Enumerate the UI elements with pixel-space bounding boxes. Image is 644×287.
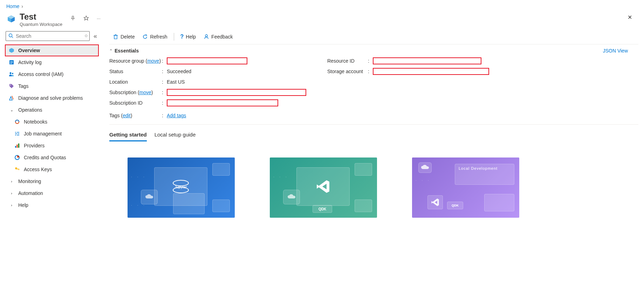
tags-label: Tags (edit) [109,113,162,118]
chevron-right-icon: › [8,203,15,207]
add-tags-link[interactable]: Add tags [167,113,186,118]
nav-access-keys[interactable]: Access Keys [6,163,99,175]
chevron-down-icon: ⌄ [8,108,15,112]
subscription-label: Subscription (move) [109,90,162,95]
nav-notebooks[interactable]: Notebooks [6,116,99,128]
nav-label: Access Keys [24,167,52,172]
nav-label: Credits and Quotas [24,155,66,160]
svg-rect-9 [10,63,12,64]
notebooks-icon [14,119,20,125]
tags-icon [8,83,15,89]
nav-label: Job management [24,131,62,136]
content-tabs: Getting started Local setup guide [109,125,638,144]
move-resource-group-link[interactable]: move [147,58,159,64]
card-local-development[interactable]: · · · Local Development QDK [412,158,519,218]
edit-tags-link[interactable]: edit [123,113,131,118]
command-bar: Delete Refresh ?Help Feedback [109,29,638,44]
resource-id-value-redacted [373,57,481,64]
close-button[interactable]: ✕ [628,14,632,21]
activity-log-icon [8,59,15,65]
nav-access-control[interactable]: Access control (IAM) [6,68,99,80]
favorite-button[interactable] [82,14,90,22]
breadcrumb-home[interactable]: Home [6,4,19,9]
getting-started-cards: · · · · · · Jupyter · · · QDK · · · Loca… [109,144,638,218]
resource-group-label: Resource group (move) [109,58,162,64]
nav-label: Diagnose and solve problems [18,95,83,101]
pin-button[interactable] [69,14,77,22]
search-icon [8,33,13,38]
location-label: Location [109,79,162,85]
tab-local-setup-guide[interactable]: Local setup guide [155,130,196,141]
breadcrumb: Home› [0,0,644,11]
nav-group-monitoring[interactable]: › Monitoring [6,175,99,187]
subscription-id-label: Subscription ID [109,100,162,106]
status-value: Succeeded [167,69,191,74]
job-management-icon [14,131,20,136]
json-view-link[interactable]: JSON View [603,48,628,54]
help-button[interactable]: ?Help [177,31,200,42]
nav-group-automation[interactable]: › Automation [6,187,99,199]
refresh-button[interactable]: Refresh [139,31,171,42]
svg-rect-21 [17,145,18,148]
svg-rect-22 [18,144,19,148]
feedback-button[interactable]: Feedback [200,31,236,42]
tab-getting-started[interactable]: Getting started [109,130,147,141]
svg-rect-27 [114,35,117,39]
resource-id-label: Resource ID [327,58,368,64]
nav-credits-quotas[interactable]: Credits and Quotas [6,152,99,163]
nav-job-management[interactable]: Job management [6,128,99,140]
delete-button[interactable]: Delete [109,31,138,42]
svg-rect-7 [10,61,13,62]
svg-point-30 [205,35,207,37]
nav-label: Activity log [18,59,42,65]
sidebar-search-input[interactable] [6,31,90,41]
storage-account-label: Storage account [327,69,368,74]
page-title: Test [20,12,62,22]
card-vscode-qdk[interactable]: · · · QDK [270,158,377,218]
credits-icon [14,155,20,160]
search-expand-icon[interactable]: ◇ [85,34,88,37]
nav-group-label: Automation [18,190,43,196]
subscription-id-value-redacted [167,99,278,106]
nav-diagnose[interactable]: Diagnose and solve problems [6,92,99,104]
svg-marker-5 [9,48,14,52]
sidebar: ◇ « Overview Activity log Access control… [0,29,99,218]
svg-point-11 [12,73,13,74]
nav-tags[interactable]: Tags [6,80,99,92]
svg-point-3 [9,34,12,37]
svg-text:Jupyter: Jupyter [174,185,187,189]
essentials-panel: Resource group (move) : Status : Succeed… [109,56,638,125]
nav-label: Overview [18,48,40,53]
nav-group-label: Monitoring [18,178,41,184]
qdk-badge: QDK [313,205,332,213]
nav-label: Access control (IAM) [18,71,63,77]
svg-point-12 [10,85,11,85]
nav-group-label: Help [18,202,28,208]
nav-providers[interactable]: Providers [6,140,99,152]
nav-overview[interactable]: Overview [5,44,99,56]
chevron-right-icon: › [8,191,15,195]
svg-rect-8 [10,62,13,63]
collapse-sidebar-button[interactable]: « [92,33,99,40]
nav-group-label: Operations [18,107,42,113]
move-subscription-link[interactable]: move [139,90,151,95]
resource-header: Test Quantum Workspace ··· ✕ [0,11,644,29]
svg-rect-26 [19,169,19,170]
resource-group-value-redacted [167,57,247,64]
providers-icon [14,143,20,148]
iam-icon [8,71,15,77]
essentials-title: Essentials [115,48,139,54]
more-button[interactable]: ··· [95,14,102,22]
card-jupyter[interactable]: · · · · · · Jupyter [128,158,235,218]
nav-activity-log[interactable]: Activity log [6,56,99,68]
nav-group-help[interactable]: › Help [6,199,99,211]
local-dev-label: Local Development [455,164,514,185]
nav-group-operations[interactable]: ⌄ Operations [6,104,99,116]
main-content: Delete Refresh ?Help Feedback ⌃ Essentia… [99,29,644,218]
collapse-essentials-button[interactable]: ⌃ [109,49,112,53]
diagnose-icon [8,95,15,101]
chevron-right-icon: › [8,179,15,183]
essentials-header: ⌃ Essentials JSON View [109,44,638,56]
location-value: East US [167,79,185,85]
key-icon [14,167,20,172]
